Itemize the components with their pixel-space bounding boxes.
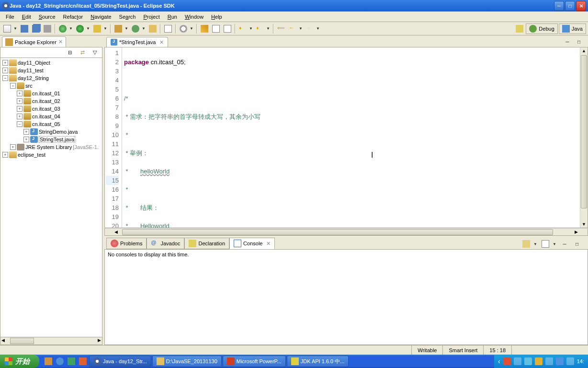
declaration-tab[interactable]: Declaration [184, 238, 229, 249]
menu-refactor[interactable]: Refactor [59, 13, 87, 21]
minimize-button[interactable]: ─ [554, 1, 564, 11]
tray-icon[interactable] [535, 357, 543, 365]
tree-item-javafile: +StringTest.java [1, 136, 101, 143]
tray-icon[interactable] [556, 357, 564, 365]
tray-icon[interactable] [566, 357, 574, 365]
taskbar-item-explorer[interactable]: D:\JavaSE_20131130 [152, 356, 222, 367]
close-tab-icon[interactable]: ✕ [159, 39, 164, 46]
editor-vscrollbar[interactable]: ▲ ▼ [580, 47, 588, 228]
scrollbar-thumb[interactable] [581, 55, 587, 208]
package-explorer-tab[interactable]: Package Explorer ✕ [2, 36, 66, 47]
scrollbar-thumb[interactable] [10, 338, 34, 344]
system-tray[interactable]: ‹ 14: [494, 355, 588, 368]
run-last-button[interactable] [92, 23, 102, 34]
menu-file[interactable]: File [2, 13, 18, 21]
last-edit-button[interactable]: ⟸ [276, 23, 286, 34]
bottom-panel: Problems @ Javadoc Declaration Console ✕ [104, 236, 588, 345]
taskbar-item-eclipse[interactable]: Java - day12_Str... [89, 356, 151, 367]
tray-icon[interactable] [503, 357, 511, 365]
perspective-java[interactable]: Java [559, 23, 586, 34]
debug-button[interactable] [57, 23, 68, 34]
menu-run[interactable]: Run [164, 13, 181, 21]
menu-project[interactable]: Project [139, 13, 163, 21]
close-tab-icon[interactable]: ✕ [266, 241, 271, 247]
new-button[interactable] [2, 23, 12, 34]
maximize-view-button[interactable]: □ [574, 36, 584, 47]
search-button[interactable] [178, 23, 189, 34]
link-editor-button[interactable]: ⇄ [77, 47, 88, 58]
console-tab[interactable]: Console ✕ [229, 238, 275, 249]
status-writable: Writable [411, 345, 442, 355]
maximize-view-button[interactable]: □ [572, 239, 582, 249]
console-pin-button[interactable] [521, 239, 531, 249]
menu-help[interactable]: Help [207, 13, 226, 21]
package-explorer-tree[interactable]: +day11_Object +day11_test −day12_String … [0, 58, 102, 337]
java-file-icon [30, 128, 38, 135]
start-button[interactable]: 开始 [0, 355, 39, 368]
help-icon [291, 357, 299, 365]
eclipse-icon [2, 2, 10, 10]
prev-annotation-button[interactable]: ♦ [255, 23, 265, 34]
open-type-button[interactable] [163, 23, 173, 34]
tray-expand-icon[interactable]: ‹ [498, 357, 500, 365]
code-content[interactable]: package cn.itcast_05; /* * 需求：把字符串的首字母转成… [122, 47, 580, 228]
show-whitespace-button[interactable] [222, 23, 233, 34]
close-button[interactable]: ✕ [576, 1, 586, 11]
scrollbar-thumb[interactable] [122, 229, 553, 235]
back-button[interactable]: ← [287, 23, 298, 34]
quick-launch-item[interactable] [66, 356, 77, 367]
javadoc-tab[interactable]: @ Javadoc [147, 238, 184, 249]
menu-source[interactable]: Source [35, 13, 59, 21]
menu-navigate[interactable]: Navigate [87, 13, 115, 21]
debug-dropdown[interactable]: ▼ [69, 26, 74, 31]
main-toolbar: ▼ ▼ ▼ ▼ ▼ ▼ ▼ ♦ ▼ ♦ ▼ ⟸ ← ▼ → ▼ Debug Ja… [0, 22, 588, 35]
tray-icon[interactable] [524, 357, 532, 365]
view-menu-button[interactable]: ▽ [90, 47, 100, 58]
save-button[interactable] [19, 23, 30, 34]
console-output[interactable]: No consoles to display at this time. [104, 249, 588, 345]
run-last-dropdown[interactable]: ▼ [103, 26, 108, 31]
taskbar-item-powerpoint[interactable]: Microsoft PowerP... [223, 356, 286, 367]
menu-search[interactable]: Search [115, 13, 140, 21]
open-perspective-button[interactable] [514, 23, 525, 34]
toggle-block-button[interactable] [211, 23, 221, 34]
quick-launch-item[interactable] [55, 356, 65, 367]
perspective-debug[interactable]: Debug [526, 23, 557, 34]
tray-icon[interactable] [514, 357, 521, 365]
tray-clock[interactable]: 14: [577, 358, 584, 364]
new-folder-button[interactable] [147, 23, 158, 34]
save-all-button[interactable] [31, 23, 41, 34]
tray-icon[interactable] [545, 357, 553, 365]
run-dropdown[interactable]: ▼ [86, 26, 91, 31]
minimize-view-button[interactable]: ─ [559, 239, 570, 249]
maximize-button[interactable]: □ [565, 1, 575, 11]
java-file-icon [30, 136, 38, 143]
next-annotation-button[interactable]: ♦ [237, 23, 248, 34]
code-editor[interactable]: 1 2 3 4 5 6 7 8 9 10 11 12 13 14 15 16 1… [104, 47, 588, 228]
sidebar-hscrollbar[interactable]: ◀ ▶ [0, 337, 102, 345]
taskbar-item-jdkapi[interactable]: JDK API 1.6.0 中... [287, 356, 349, 367]
tree-item-package: +cn.itcast_03 [1, 105, 101, 113]
project-icon [9, 151, 17, 158]
eclipse-icon [93, 357, 101, 365]
new-class-button[interactable] [130, 23, 141, 34]
print-button[interactable] [42, 23, 53, 34]
menu-edit[interactable]: Edit [18, 13, 35, 21]
status-cursor-position: 15 : 18 [483, 345, 511, 355]
minimize-view-button[interactable]: ─ [562, 36, 573, 47]
console-display-button[interactable] [540, 239, 551, 249]
forward-button[interactable]: → [305, 23, 315, 34]
quick-launch-item[interactable] [78, 356, 88, 367]
new-dropdown[interactable]: ▼ [13, 26, 18, 31]
quick-launch-item[interactable] [43, 356, 54, 367]
editor-hscrollbar[interactable]: ◀ ▶ [104, 228, 588, 236]
problems-tab[interactable]: Problems [106, 238, 147, 249]
new-package-button[interactable] [113, 23, 124, 34]
problems-icon [111, 240, 118, 247]
menu-window[interactable]: Window [181, 13, 207, 21]
toggle-mark-button[interactable] [199, 23, 210, 34]
close-tab-icon[interactable]: ✕ [58, 39, 63, 45]
collapse-all-button[interactable]: ⊟ [65, 47, 75, 58]
run-button[interactable] [75, 23, 85, 34]
editor-tab[interactable]: *StringTest.java ✕ [106, 37, 168, 47]
